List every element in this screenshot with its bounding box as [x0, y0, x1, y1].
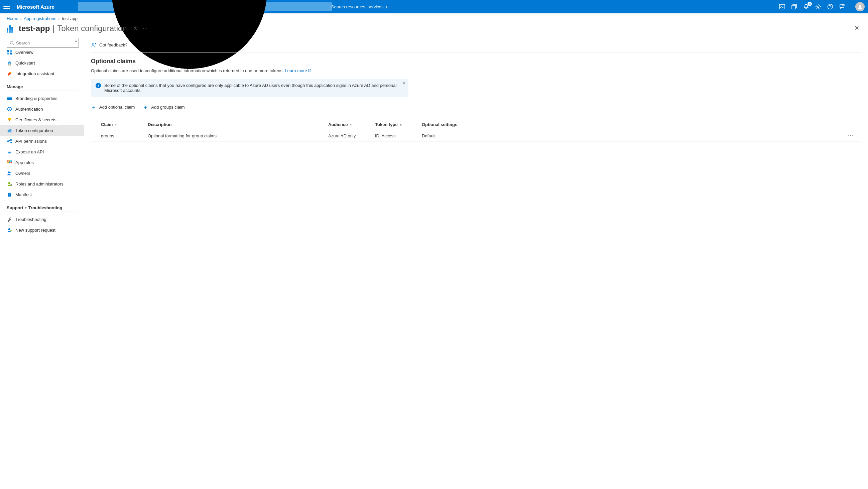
- sidebar-item-label: Authentication: [16, 106, 43, 112]
- svg-rect-32: [7, 162, 8, 163]
- breadcrumb-level1[interactable]: App registrations: [24, 16, 57, 21]
- main-content: Got feedback? Optional claims Optional c…: [84, 38, 868, 242]
- svg-rect-33: [9, 162, 10, 163]
- sidebar-item-label: Overview: [16, 50, 33, 55]
- svg-rect-45: [11, 230, 11, 231]
- svg-point-16: [10, 71, 11, 73]
- svg-rect-2: [779, 4, 785, 9]
- settings-gear-icon[interactable]: [815, 4, 821, 10]
- sidebar-item-label: Expose an API: [16, 149, 44, 154]
- sidebar-item-token-configuration[interactable]: Token configuration: [0, 125, 84, 136]
- token-config-icon: [7, 128, 12, 133]
- sidebar-item-owners[interactable]: Owners: [0, 168, 84, 179]
- add-optional-claim-button[interactable]: ＋ Add optional claim: [91, 104, 135, 110]
- notifications-icon[interactable]: 8: [803, 4, 809, 10]
- sidebar: « Overview Quickstart Integration assist…: [0, 38, 84, 242]
- feedback-button[interactable]: Got feedback?: [91, 38, 861, 53]
- search-icon: [10, 41, 14, 45]
- section-heading: Optional claims: [91, 58, 861, 65]
- column-token-type[interactable]: Token type↑↓: [375, 122, 422, 127]
- sidebar-item-overview[interactable]: Overview: [0, 47, 84, 58]
- cloud-shell-icon[interactable]: [779, 4, 785, 10]
- sidebar-item-roles-admins[interactable]: Roles and administrators: [0, 179, 84, 189]
- cell-claim: groups: [101, 133, 148, 139]
- sidebar-search-input[interactable]: [16, 40, 76, 45]
- token-config-icon: [7, 24, 16, 33]
- svg-rect-42: [8, 194, 10, 195]
- integration-icon: [7, 71, 12, 76]
- api-permissions-icon: [7, 139, 12, 144]
- svg-point-43: [8, 228, 10, 230]
- svg-rect-21: [7, 130, 8, 132]
- svg-rect-29: [7, 160, 8, 161]
- sidebar-item-label: API permissions: [16, 139, 47, 144]
- close-blade-button[interactable]: ✕: [854, 24, 859, 32]
- svg-rect-14: [7, 53, 9, 55]
- dismiss-banner-button[interactable]: ✕: [402, 81, 406, 86]
- page-title-section: Token configuration: [58, 24, 127, 33]
- global-search[interactable]: [78, 2, 332, 11]
- column-optional-settings[interactable]: Optional settings: [422, 122, 848, 127]
- sidebar-item-app-roles[interactable]: App roles: [0, 157, 84, 168]
- title-divider: |: [53, 24, 55, 33]
- row-more-button[interactable]: ···: [848, 133, 861, 139]
- column-claim[interactable]: Claim↑↓: [101, 122, 148, 127]
- sidebar-item-troubleshooting[interactable]: Troubleshooting: [0, 214, 84, 224]
- manifest-icon: [7, 192, 12, 197]
- sort-icon: ↑↓: [350, 123, 352, 127]
- button-label: Add groups claim: [151, 104, 185, 110]
- overview-icon: [7, 50, 12, 55]
- user-avatar[interactable]: [855, 2, 865, 11]
- global-search-input[interactable]: [331, 4, 388, 9]
- svg-point-25: [10, 139, 11, 141]
- directories-icon[interactable]: [791, 4, 797, 10]
- svg-line-11: [13, 43, 14, 44]
- sidebar-item-new-support[interactable]: New support request: [0, 224, 84, 235]
- learn-more-link[interactable]: Learn more: [285, 68, 311, 73]
- sidebar-item-api-permissions[interactable]: API permissions: [0, 136, 84, 146]
- add-groups-claim-button[interactable]: ＋ Add groups claim: [143, 104, 185, 110]
- brand-label[interactable]: Microsoft Azure: [17, 4, 55, 10]
- hamburger-menu-icon[interactable]: [3, 3, 10, 10]
- svg-rect-4: [792, 5, 796, 9]
- table-row[interactable]: groups Optional formatting for group cla…: [91, 130, 861, 142]
- expose-api-icon: [7, 149, 12, 154]
- column-description[interactable]: Description: [148, 122, 328, 127]
- sidebar-item-manifest[interactable]: Manifest: [0, 189, 84, 200]
- sidebar-item-certificates[interactable]: Certificates & secrets: [0, 114, 84, 125]
- owners-icon: [7, 171, 12, 176]
- sidebar-item-authentication[interactable]: Authentication: [0, 103, 84, 114]
- sidebar-item-branding[interactable]: Branding & properties: [0, 93, 84, 103]
- info-banner-text: Some of the optional claims that you hav…: [104, 83, 404, 93]
- support-icon: [7, 227, 12, 233]
- pin-icon[interactable]: [134, 26, 138, 31]
- sidebar-item-quickstart[interactable]: Quickstart: [0, 58, 84, 68]
- sidebar-item-expose-api[interactable]: Expose an API: [0, 146, 84, 157]
- roles-admins-icon: [7, 181, 12, 186]
- help-icon[interactable]: [827, 4, 833, 10]
- header-icons: 8: [779, 4, 845, 10]
- quickstart-icon: [7, 60, 12, 65]
- svg-point-36: [10, 172, 11, 173]
- feedback-icon[interactable]: [839, 4, 845, 10]
- sidebar-header-manage: Manage: [7, 84, 79, 91]
- info-banner: i Some of the optional claims that you h…: [91, 79, 408, 97]
- feedback-label: Got feedback?: [99, 42, 128, 48]
- breadcrumb-home[interactable]: Home: [7, 16, 19, 21]
- svg-rect-41: [8, 193, 10, 194]
- svg-point-9: [859, 5, 861, 7]
- sidebar-item-label: Quickstart: [16, 61, 35, 65]
- troubleshooting-icon: [7, 217, 12, 222]
- svg-rect-23: [10, 129, 11, 132]
- svg-rect-15: [10, 53, 12, 55]
- authentication-icon: [7, 106, 12, 112]
- more-icon[interactable]: ···: [143, 26, 148, 31]
- svg-point-35: [8, 171, 10, 173]
- svg-rect-31: [10, 160, 12, 161]
- page-title-app: test-app: [19, 24, 50, 33]
- branding-icon: [7, 96, 12, 101]
- svg-rect-18: [7, 97, 11, 98]
- sidebar-item-integration[interactable]: Integration assistant: [0, 68, 84, 79]
- column-audience[interactable]: Audience↑↓: [328, 122, 375, 127]
- breadcrumb-current: test-app: [62, 16, 78, 21]
